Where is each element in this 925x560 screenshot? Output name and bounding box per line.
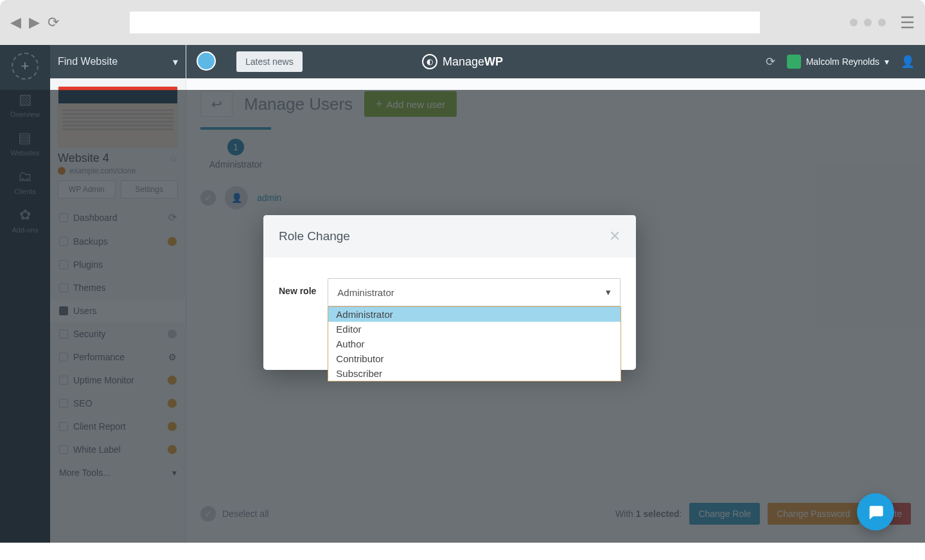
role-option-contributor[interactable]: Contributor: [328, 351, 621, 366]
site-selector-label: Find Website: [58, 56, 118, 67]
chevron-down-icon: ▾: [173, 56, 178, 68]
site-selector[interactable]: Find Website ▾: [50, 45, 186, 78]
modal-title: Role Change: [279, 229, 350, 243]
role-dropdown: Administrator Editor Author Contributor …: [328, 306, 621, 381]
app-topbar: Latest news ◐ ManageWP ⟳ Malcolm Reynold…: [186, 45, 925, 78]
chat-icon: [867, 503, 885, 521]
hamburger-icon[interactable]: ☰: [900, 13, 915, 33]
new-role-select[interactable]: Administrator ▾: [328, 278, 621, 306]
dropdown-arrow-icon: ▾: [606, 286, 611, 298]
brand-logo: ◐ ManageWP: [422, 54, 503, 69]
user-menu[interactable]: Malcolm Reynolds ▾: [787, 55, 889, 69]
add-site-button[interactable]: +: [12, 53, 39, 80]
user-name-label: Malcolm Reynolds: [806, 57, 879, 67]
browser-chrome: ◀ ▶ ⟳ ☰: [0, 0, 925, 45]
sync-icon[interactable]: ⟳: [766, 55, 775, 69]
profile-icon[interactable]: 👤: [901, 55, 915, 69]
traffic-lights: [850, 19, 886, 26]
refresh-icon[interactable]: ⟳: [48, 14, 59, 31]
role-option-subscriber[interactable]: Subscriber: [328, 366, 621, 381]
avatar-icon: [787, 55, 801, 69]
role-option-administrator[interactable]: Administrator: [328, 307, 621, 322]
robot-icon: [197, 51, 226, 72]
new-role-label: New role: [279, 278, 316, 296]
modal-close-icon[interactable]: ✕: [609, 228, 621, 245]
select-value: Administrator: [337, 287, 394, 298]
url-bar[interactable]: [130, 12, 760, 33]
brand-icon: ◐: [422, 54, 437, 69]
role-change-modal: Role Change ✕ New role Administrator ▾ A…: [263, 215, 636, 370]
latest-news-tab[interactable]: Latest news: [236, 51, 303, 72]
chat-button[interactable]: [857, 493, 894, 530]
role-option-editor[interactable]: Editor: [328, 322, 621, 337]
role-option-author[interactable]: Author: [328, 337, 621, 351]
chevron-down-icon: ▾: [885, 57, 889, 67]
back-icon[interactable]: ◀: [10, 14, 21, 31]
forward-icon[interactable]: ▶: [29, 14, 40, 31]
